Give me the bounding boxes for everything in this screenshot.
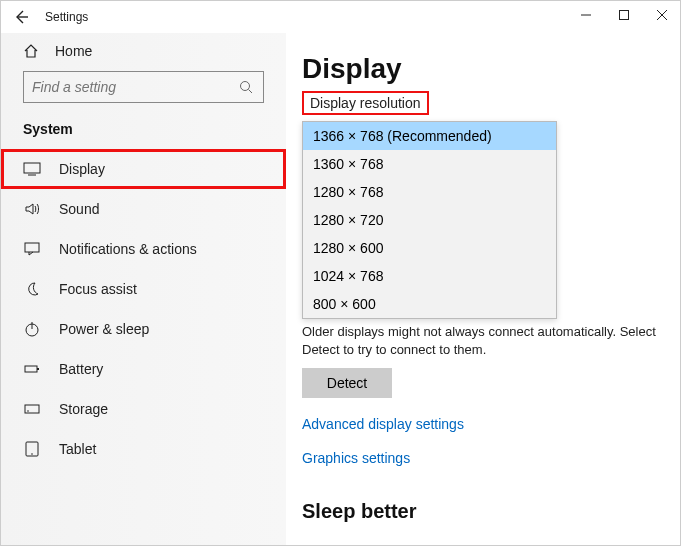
minimize-button[interactable] (572, 5, 600, 25)
svg-rect-6 (24, 163, 40, 173)
sidebar-home-label: Home (55, 43, 92, 59)
tablet-icon (23, 440, 41, 458)
monitor-icon (23, 160, 41, 178)
close-button[interactable] (648, 5, 676, 25)
back-button[interactable] (13, 9, 31, 25)
resolution-label: Display resolution (304, 93, 427, 113)
resolution-option[interactable]: 1360 × 768 (303, 150, 556, 178)
sidebar-item-label: Power & sleep (59, 321, 149, 337)
sidebar: Home System DisplaySoundNotifications & … (1, 33, 286, 546)
power-icon (23, 320, 41, 338)
resolution-option[interactable]: 1366 × 768 (Recommended) (303, 122, 556, 150)
svg-rect-11 (25, 366, 37, 372)
storage-icon (23, 400, 41, 418)
sidebar-item-label: Sound (59, 201, 99, 217)
sidebar-item-notifications-actions[interactable]: Notifications & actions (1, 229, 286, 269)
svg-rect-8 (25, 243, 39, 252)
moon-icon (23, 280, 41, 298)
detect-button[interactable]: Detect (302, 368, 392, 398)
resolution-option[interactable]: 800 × 600 (303, 290, 556, 318)
svg-rect-12 (37, 368, 39, 370)
sidebar-home[interactable]: Home (1, 37, 286, 67)
close-icon (657, 10, 667, 20)
sidebar-item-storage[interactable]: Storage (1, 389, 286, 429)
svg-rect-1 (620, 11, 629, 20)
search-icon (239, 80, 255, 94)
sidebar-section-title: System (1, 113, 286, 149)
chat-icon (23, 240, 41, 258)
sidebar-item-battery[interactable]: Battery (1, 349, 286, 389)
speaker-icon (23, 200, 41, 218)
search-input[interactable] (32, 79, 239, 95)
titlebar: Settings (1, 1, 680, 33)
resolution-option[interactable]: 1280 × 768 (303, 178, 556, 206)
sidebar-item-label: Display (59, 161, 105, 177)
resolution-dropdown[interactable]: 1366 × 768 (Recommended)1360 × 7681280 ×… (302, 121, 557, 319)
battery-icon (23, 360, 41, 378)
content-pane: Display Display resolution 1366 × 768 (R… (286, 33, 680, 546)
app-title: Settings (45, 10, 88, 24)
sidebar-item-label: Storage (59, 401, 108, 417)
page-title: Display (302, 53, 664, 85)
maximize-button[interactable] (610, 5, 638, 25)
sidebar-item-label: Battery (59, 361, 103, 377)
detect-help-text: Older displays might not always connect … (302, 323, 664, 358)
graphics-settings-link[interactable]: Graphics settings (302, 450, 664, 466)
resolution-option[interactable]: 1024 × 768 (303, 262, 556, 290)
svg-rect-13 (25, 405, 39, 413)
advanced-display-link[interactable]: Advanced display settings (302, 416, 664, 432)
minimize-icon (581, 10, 591, 20)
sidebar-item-tablet[interactable]: Tablet (1, 429, 286, 469)
back-arrow-icon (13, 9, 29, 25)
resolution-option[interactable]: 1280 × 720 (303, 206, 556, 234)
sidebar-item-label: Notifications & actions (59, 241, 197, 257)
resolution-label-highlight: Display resolution (302, 91, 429, 115)
sidebar-item-sound[interactable]: Sound (1, 189, 286, 229)
sidebar-item-label: Focus assist (59, 281, 137, 297)
sleep-heading: Sleep better (302, 500, 664, 523)
svg-point-14 (27, 410, 29, 412)
sidebar-item-focus-assist[interactable]: Focus assist (1, 269, 286, 309)
sidebar-item-display[interactable]: Display (1, 149, 286, 189)
svg-point-16 (31, 453, 33, 455)
maximize-icon (619, 10, 629, 20)
search-box[interactable] (23, 71, 264, 103)
svg-line-5 (249, 90, 253, 94)
home-icon (23, 43, 39, 59)
sidebar-item-label: Tablet (59, 441, 96, 457)
svg-point-4 (241, 82, 250, 91)
sidebar-item-power-sleep[interactable]: Power & sleep (1, 309, 286, 349)
resolution-option[interactable]: 1280 × 600 (303, 234, 556, 262)
